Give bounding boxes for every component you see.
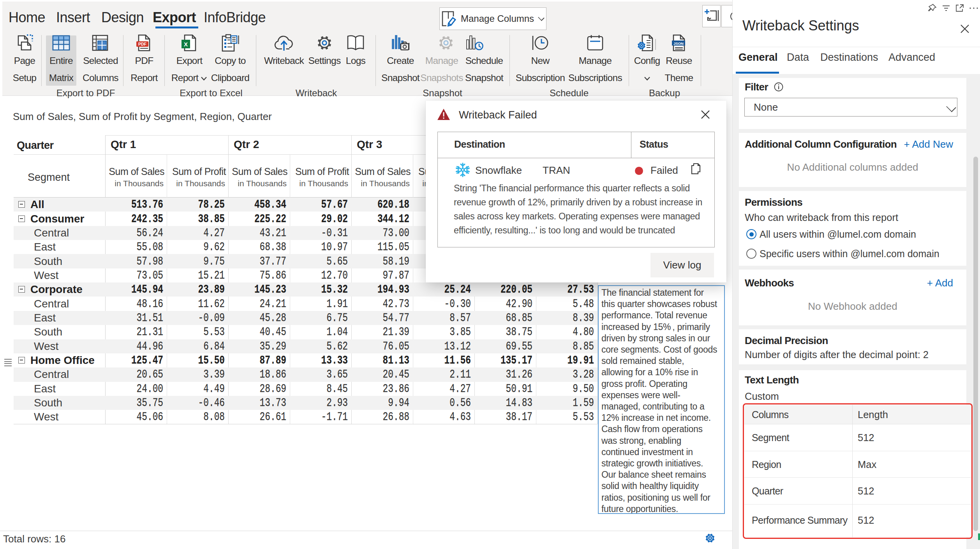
svg-text:X: X bbox=[184, 41, 188, 48]
svg-text:PDF: PDF bbox=[138, 42, 147, 46]
svg-text:JSON: JSON bbox=[673, 41, 684, 46]
